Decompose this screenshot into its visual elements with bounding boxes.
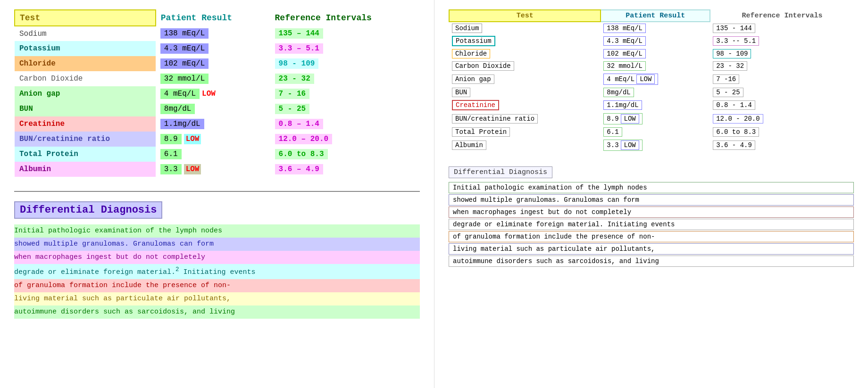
rref-creatinine: 0.8 - 1.4	[710, 99, 854, 112]
rtest-co2: Carbon Dioxide	[449, 60, 601, 72]
rresult-albumin: 3.3LOW	[601, 138, 710, 152]
ref-chloride: 98 - 109	[270, 56, 420, 71]
ref-anion: 7 - 16	[270, 86, 420, 101]
ref-sodium: 135 – 144	[270, 26, 420, 41]
ref-potassium: 3.3 – 5.1	[270, 41, 420, 56]
rtest-total-protein: Total Protein	[449, 126, 601, 138]
diff-line-2: showed multiple granulomas. Granulomas c…	[14, 238, 420, 251]
rresult-bun: 8mg/dL	[601, 86, 710, 99]
result-bun-ratio: 8.9LOW	[156, 132, 270, 147]
diff-text-right: Initial pathologic examination of the ly…	[449, 182, 854, 267]
result-sodium: 138 mEq/L	[156, 26, 270, 41]
rtest-albumin: Albumin	[449, 138, 601, 152]
rref-bun-ratio: 12.0 - 20.0	[710, 112, 854, 126]
test-name-co2: Carbon Dioxide	[15, 71, 156, 86]
ref-co2: 23 - 32	[270, 71, 420, 86]
rresult-chloride: 102 mEq/L	[601, 48, 710, 60]
test-name-bun-ratio: BUN/creatinine ratio	[15, 132, 156, 147]
test-name-total-protein: Total Protein	[15, 147, 156, 162]
table-row: Potassium 4.3 mEq/L 3.3 – 5.1	[15, 41, 420, 56]
rref-potassium: 3.3 -- 5.1	[710, 34, 854, 48]
rtest-sodium: Sodium	[449, 22, 601, 34]
table-row: Sodium 138 mEq/L 135 - 144	[449, 22, 854, 34]
test-name-chloride: Chloride	[15, 56, 156, 71]
rref-sodium: 135 - 144	[710, 22, 854, 34]
rtest-potassium: Potassium	[449, 34, 601, 48]
ref-bun-ratio: 12.0 – 20.0	[270, 132, 420, 147]
ref-creatinine: 0.8 – 1.4	[270, 116, 420, 132]
table-row: BUN 8mg/dL 5 - 25	[449, 86, 854, 99]
ref-bun: 5 - 25	[270, 101, 420, 116]
result-total-protein: 6.1	[156, 147, 270, 162]
result-anion: 4 mEq/LLOW	[156, 86, 270, 101]
rresult-potassium: 4.3 mEq/L	[601, 34, 710, 48]
diff-line-5: of granuloma formation include the prese…	[14, 279, 420, 292]
rref-total-protein: 6.0 to 8.3	[710, 126, 854, 138]
rref-anion: 7 -16	[710, 72, 854, 86]
result-chloride: 102 mEq/L	[156, 56, 270, 71]
right-header-test: Test	[449, 10, 601, 22]
rref-bun: 5 - 25	[710, 86, 854, 99]
diff-line-6: living material such as particulate air …	[14, 292, 420, 305]
right-header-result: Patient Result	[601, 10, 710, 22]
table-row: Sodium 138 mEq/L 135 – 144	[15, 26, 420, 41]
diff-line-7: autoimmune disorders such as sarcoidosis…	[14, 305, 420, 319]
table-row: BUN 8mg/dL 5 - 25	[15, 101, 420, 116]
right-diff-line-4: degrade or eliminate foreign material. I…	[449, 219, 854, 230]
table-row: Total Protein 6.1 6.0 to 8.3	[449, 126, 854, 138]
table-row: Potassium 4.3 mEq/L 3.3 -- 5.1	[449, 34, 854, 48]
diff-line-3: when macrophages ingest but do not compl…	[14, 251, 420, 264]
test-name-potassium: Potassium	[15, 41, 156, 56]
right-diff-section: Differential Diagnosis Initial pathologi…	[449, 166, 854, 267]
table-row: Anion gap 4 mEq/LLOW 7 -16	[449, 72, 854, 86]
rresult-total-protein: 6.1	[601, 126, 710, 138]
rtest-anion: Anion gap	[449, 72, 601, 86]
diff-line-4: degrade or eliminate foreign material.2 …	[14, 264, 420, 279]
differential-diagnosis-section: Differential Diagnosis Initial pathologi…	[14, 201, 420, 319]
result-bun: 8mg/dL	[156, 101, 270, 116]
diff-line-1: Initial pathologic examination of the ly…	[14, 224, 420, 238]
rref-co2: 23 - 32	[710, 60, 854, 72]
result-creatinine: 1.1mg/dL	[156, 116, 270, 132]
right-header-ref: Reference Intervals	[710, 10, 854, 22]
left-header-test: Test	[15, 10, 156, 26]
section-divider	[14, 191, 420, 192]
test-name-creatinine: Creatinine	[15, 116, 156, 132]
right-diff-line-3: when macrophages ingest but do not compl…	[449, 206, 854, 218]
table-row: Carbon Dioxide 32 mmol/L 23 - 32	[449, 60, 854, 72]
diff-text-left: Initial pathologic examination of the ly…	[14, 224, 420, 319]
right-panel: Test Patient Result Reference Intervals …	[434, 0, 868, 388]
rresult-anion: 4 mEq/LLOW	[601, 72, 710, 86]
table-row: Anion gap 4 mEq/LLOW 7 - 16	[15, 86, 420, 101]
rref-albumin: 3.6 - 4.9	[710, 138, 854, 152]
table-row: Chloride 102 mEq/L 98 - 109	[15, 56, 420, 71]
rresult-bun-ratio: 8.9LOW	[601, 112, 710, 126]
rresult-sodium: 138 mEq/L	[601, 22, 710, 34]
right-diff-line-7: autoimmune disorders such as sarcoidosis…	[449, 256, 854, 267]
left-lab-table: Test Patient Result Reference Intervals …	[14, 9, 420, 177]
diff-title-left: Differential Diagnosis	[14, 201, 162, 219]
right-diff-line-5: of granuloma formation include the prese…	[449, 231, 854, 242]
right-diff-line-2: showed multiple granulomas. Granulomas c…	[449, 194, 854, 206]
diff-title-right: Differential Diagnosis	[449, 166, 552, 178]
rtest-creatinine: Creatinine	[449, 99, 601, 112]
rresult-co2: 32 mmol/L	[601, 60, 710, 72]
table-row: BUN/creatinine ratio 8.9LOW 12.0 - 20.0	[449, 112, 854, 126]
test-name-bun: BUN	[15, 101, 156, 116]
result-potassium: 4.3 mEq/L	[156, 41, 270, 56]
test-name-anion: Anion gap	[15, 86, 156, 101]
rresult-creatinine: 1.1mg/dL	[601, 99, 710, 112]
result-albumin: 3.3LOW	[156, 162, 270, 177]
left-panel: Test Patient Result Reference Intervals …	[0, 0, 434, 388]
test-name-sodium: Sodium	[15, 26, 156, 41]
rref-chloride: 98 - 109	[710, 48, 854, 60]
table-row: Total Protein 6.1 6.0 to 8.3	[15, 147, 420, 162]
result-co2: 32 mmol/L	[156, 71, 270, 86]
rtest-bun: BUN	[449, 86, 601, 99]
table-row: Creatinine 1.1mg/dL 0.8 - 1.4	[449, 99, 854, 112]
table-row: Albumin 3.3LOW 3.6 – 4.9	[15, 162, 420, 177]
right-diff-line-1: Initial pathologic examination of the ly…	[449, 182, 854, 193]
table-row: Chloride 102 mEq/L 98 - 109	[449, 48, 854, 60]
ref-total-protein: 6.0 to 8.3	[270, 147, 420, 162]
table-row: BUN/creatinine ratio 8.9LOW 12.0 – 20.0	[15, 132, 420, 147]
